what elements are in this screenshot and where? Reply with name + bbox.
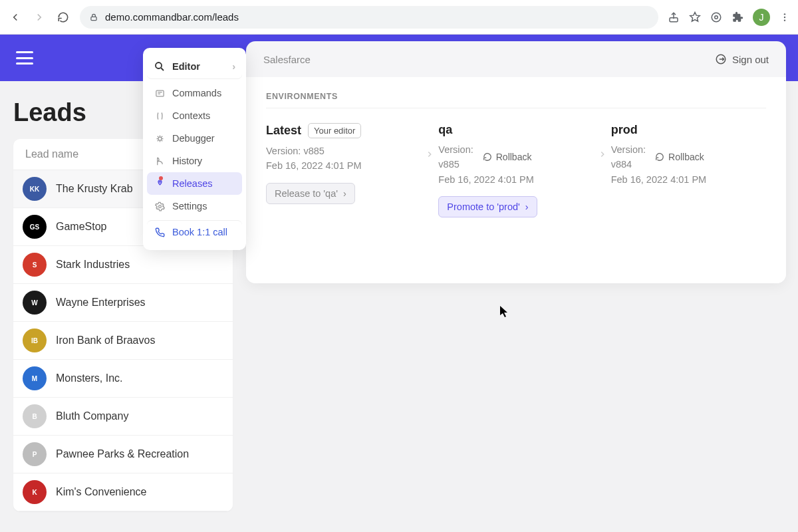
extensions-icon[interactable] <box>732 11 743 23</box>
rollback-icon <box>483 152 492 162</box>
reload-button[interactable] <box>56 10 70 25</box>
url-bar[interactable]: demo.commandbar.com/leads <box>80 6 658 29</box>
lead-row[interactable]: PPawnee Parks & Recreation <box>13 436 233 473</box>
editor-header[interactable]: Editor › <box>147 55 242 79</box>
lead-row[interactable]: WWayne Enterprises <box>13 284 233 322</box>
kebab-menu-icon[interactable] <box>779 12 790 23</box>
editor-item-contexts[interactable]: Contexts <box>147 104 242 127</box>
sign-out-button[interactable]: Sign out <box>715 53 769 65</box>
env-latest-title: Latest <box>266 124 301 138</box>
lead-row[interactable]: SStark Industries <box>13 246 233 284</box>
editor-item-debugger[interactable]: Debugger <box>147 127 242 150</box>
back-button[interactable] <box>8 10 23 25</box>
contexts-icon <box>154 111 166 121</box>
svg-point-4 <box>784 13 785 15</box>
lead-logo: W <box>23 291 47 315</box>
editor-item-label: History <box>172 156 202 166</box>
env-prod-title: prod <box>611 123 638 137</box>
star-icon[interactable] <box>689 11 701 23</box>
lead-name: Stark Industries <box>56 259 130 271</box>
environments-section-label: ENVIRONMENTS <box>266 92 766 108</box>
history-icon <box>154 156 166 166</box>
password-manager-icon[interactable] <box>710 11 722 23</box>
env-prod: prod Version: v884 Rollback Feb 16, 2022… <box>611 123 766 187</box>
lead-name: Monsters, Inc. <box>56 372 122 384</box>
lead-logo: GS <box>23 215 47 239</box>
lead-name: The Krusty Krab <box>56 183 133 195</box>
browser-toolbar: demo.commandbar.com/leads J <box>0 0 798 35</box>
promote-to-prod-label: Promote to 'prod' <box>447 201 520 212</box>
lead-row[interactable]: MMonsters, Inc. <box>13 360 233 398</box>
release-to-qa-button[interactable]: Release to 'qa' › <box>266 183 355 204</box>
env-prod-version-value: v884 <box>611 157 646 172</box>
debugger-icon <box>154 134 166 144</box>
share-icon[interactable] <box>668 11 680 23</box>
lead-name: Iron Bank of Braavos <box>56 334 155 346</box>
svg-point-10 <box>159 181 160 182</box>
editor-item-label: Settings <box>172 201 207 211</box>
env-qa-version-value: v885 <box>438 157 473 172</box>
lead-logo: KK <box>23 177 47 201</box>
lead-name: Wayne Enterprises <box>56 297 146 309</box>
profile-avatar[interactable]: J <box>753 9 770 26</box>
chevron-right-icon: › <box>525 201 529 212</box>
env-qa: qa Version: v885 Rollback Feb 16, 2022 4… <box>438 123 593 217</box>
qa-rollback-button[interactable]: Rollback <box>483 152 532 162</box>
lead-row[interactable]: BBluth Company <box>13 398 233 436</box>
env-qa-version-label: Version: <box>438 142 473 157</box>
forward-button[interactable] <box>32 10 47 25</box>
editor-item-releases[interactable]: Releases <box>147 172 242 195</box>
env-latest: Latest Your editor Version: v885 Feb 16,… <box>266 123 421 204</box>
settings-icon <box>154 201 166 211</box>
editor-item-history[interactable]: History <box>147 150 242 172</box>
lock-icon <box>89 13 98 22</box>
env-separator-icon <box>598 123 607 159</box>
svg-point-7 <box>156 63 162 68</box>
book-call-label: Book 1:1 call <box>172 227 227 237</box>
book-call-link[interactable]: Book 1:1 call <box>147 220 242 243</box>
editor-item-commands[interactable]: Commands <box>147 82 242 104</box>
svg-point-11 <box>158 205 161 207</box>
lead-row[interactable]: IBIron Bank of Braavos <box>13 322 233 360</box>
env-latest-version: Version: v885 <box>266 144 421 158</box>
lead-logo: P <box>23 442 47 466</box>
editor-item-label: Commands <box>172 88 221 98</box>
lead-name: GameStop <box>56 221 106 233</box>
url-text: demo.commandbar.com/leads <box>105 11 239 23</box>
lead-logo: B <box>23 404 47 428</box>
lead-name: Kim's Convenience <box>56 486 146 498</box>
chevron-right-icon: › <box>232 61 235 72</box>
rollback-icon <box>655 152 664 162</box>
svg-point-6 <box>784 19 785 21</box>
env-qa-title: qa <box>438 123 452 137</box>
env-qa-timestamp: Feb 16, 2022 4:01 PM <box>438 172 593 187</box>
hamburger-menu[interactable] <box>16 51 33 65</box>
prod-rollback-button[interactable]: Rollback <box>655 152 704 162</box>
lead-logo: M <box>23 366 47 390</box>
qa-rollback-label: Rollback <box>496 152 532 162</box>
lead-name: Pawnee Parks & Recreation <box>56 448 189 460</box>
lead-name: Bluth Company <box>56 410 128 422</box>
release-to-qa-label: Release to 'qa' <box>275 188 338 199</box>
editor-logo-icon <box>154 61 166 72</box>
lead-logo: S <box>23 253 47 277</box>
sign-out-icon <box>715 53 727 65</box>
lead-logo: K <box>23 480 47 504</box>
svg-point-2 <box>712 13 721 22</box>
lead-row[interactable]: KKim's Convenience <box>13 473 233 511</box>
env-prod-timestamp: Feb 16, 2022 4:01 PM <box>611 172 766 187</box>
promote-to-prod-button[interactable]: Promote to 'prod' › <box>438 196 537 217</box>
releases-panel: Salesfarce Sign out ENVIRONMENTS Latest … <box>246 41 786 283</box>
editor-sidebar: Editor › CommandsContextsDebuggerHistory… <box>143 48 246 250</box>
editor-item-settings[interactable]: Settings <box>147 195 242 217</box>
panel-brand: Salesfarce <box>263 54 311 65</box>
svg-rect-0 <box>91 17 96 20</box>
svg-point-3 <box>715 15 718 19</box>
svg-point-5 <box>784 16 785 17</box>
editor-item-label: Releases <box>172 178 212 189</box>
editor-item-label: Debugger <box>172 133 215 144</box>
notification-dot <box>159 176 163 180</box>
svg-point-9 <box>158 137 162 140</box>
lead-logo: IB <box>23 329 47 352</box>
editor-item-label: Contexts <box>172 110 210 121</box>
